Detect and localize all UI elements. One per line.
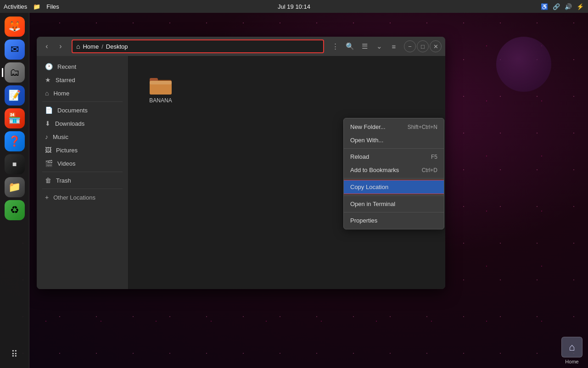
breadcrumb-home[interactable]: Home [83, 43, 99, 50]
back-button[interactable]: ‹ [40, 40, 53, 53]
dock-item-help[interactable]: ❓ [5, 131, 25, 151]
dock-item-dots[interactable]: ⠿ [5, 344, 25, 364]
activities-button[interactable]: Activities [4, 3, 27, 10]
power-icon: ⚡ [576, 2, 584, 11]
home-icon: ⌂ [45, 89, 49, 97]
new-folder-label: New Folder... [350, 123, 386, 130]
sidebar-label-downloads: Downloads [55, 120, 84, 127]
other-locations-icon: + [45, 194, 49, 201]
close-button[interactable]: ✕ [430, 40, 442, 52]
sidebar-separator-1 [42, 101, 123, 102]
sidebar-label-pictures: Pictures [56, 147, 78, 154]
sidebar-item-pictures[interactable]: 🖼 Pictures [39, 144, 125, 156]
dock-item-terminal[interactable]: ■ [5, 154, 25, 174]
bg-decoration [496, 37, 551, 92]
main-content[interactable]: BANANA New Folder... Shift+Ctrl+N Open W… [129, 56, 445, 289]
sidebar-label-trash: Trash [56, 177, 71, 184]
menu-separator-4 [344, 212, 444, 212]
sidebar: 🕐 Recent ★ Starred ⌂ Home 📄 Documents [37, 56, 129, 289]
dock: 🦊 ✉ 🗂 📝 🏪 ❓ ■ 📁 ♻ ⠿ [0, 13, 29, 368]
menu-item-copy-location[interactable]: Copy Location [343, 180, 444, 194]
file-item-banana[interactable]: BANANA [142, 70, 179, 107]
dock-item-files2[interactable]: 📁 [5, 177, 25, 197]
file-label: BANANA [149, 97, 172, 104]
folder-icon [149, 73, 173, 95]
copy-location-label: Copy Location [350, 184, 388, 190]
window-body: 🕐 Recent ★ Starred ⌂ Home 📄 Documents [37, 56, 445, 289]
home-button-label: Home [565, 359, 578, 364]
context-menu: New Folder... Shift+Ctrl+N Open With... … [343, 118, 444, 229]
forward-button[interactable]: › [54, 40, 67, 53]
sidebar-label-videos: Videos [57, 160, 76, 167]
sidebar-item-videos[interactable]: 🎬 Videos [39, 157, 125, 170]
breadcrumb-separator: / [101, 43, 103, 50]
home-button[interactable]: ⌂ Home [560, 337, 584, 364]
sidebar-item-other-locations[interactable]: + Other Locations [39, 191, 125, 204]
sidebar-label-music: Music [53, 134, 68, 140]
view-list-button[interactable]: ☰ [358, 40, 371, 53]
pictures-icon: 🖼 [45, 146, 51, 154]
sidebar-item-recent[interactable]: 🕐 Recent [39, 60, 125, 73]
sidebar-label-starred: Starred [56, 77, 75, 84]
menu-item-new-folder[interactable]: New Folder... Shift+Ctrl+N [344, 120, 444, 134]
open-with-label: Open With... [350, 137, 383, 144]
menu-item-add-bookmarks[interactable]: Add to Bookmarks Ctrl+D [344, 163, 444, 177]
home-icon-box: ⌂ [561, 337, 582, 357]
sound-icon: 🔊 [564, 2, 572, 11]
sidebar-item-home[interactable]: ⌂ Home [39, 87, 125, 100]
titlebar-actions: ⋮ 🔍 ☰ ⌄ ≡ [329, 40, 400, 53]
search-button[interactable]: 🔍 [343, 40, 356, 53]
dock-item-writer[interactable]: 📝 [5, 85, 25, 106]
new-folder-shortcut: Shift+Ctrl+N [408, 124, 437, 130]
topbar-right: ♿ 🔗 🔊 ⚡ [540, 2, 584, 11]
breadcrumb[interactable]: ⌂ Home / Desktop [72, 39, 324, 53]
files-menu[interactable]: Files [46, 3, 59, 10]
sidebar-item-documents[interactable]: 📄 Documents [39, 104, 125, 117]
dock-item-appstore[interactable]: 🏪 [5, 108, 25, 128]
open-terminal-label: Open in Terminal [350, 201, 395, 207]
dock-item-recycle[interactable]: ♻ [5, 200, 25, 220]
svg-rect-3 [150, 81, 172, 84]
minimize-button[interactable]: − [404, 40, 416, 52]
menu-item-properties[interactable]: Properties [344, 214, 444, 227]
sidebar-separator-3 [42, 189, 123, 189]
dock-item-firefox[interactable]: 🦊 [5, 17, 25, 37]
reload-label: Reload [350, 153, 369, 160]
dock-item-mail[interactable]: ✉ [5, 39, 25, 60]
sidebar-label-home: Home [53, 90, 69, 97]
menu-separator-2 [344, 178, 444, 178]
sidebar-separator-2 [42, 172, 123, 172]
desktop: Activities 📁 Files Jul 19 10:14 ♿ 🔗 🔊 ⚡ … [0, 0, 588, 368]
add-bookmarks-label: Add to Bookmarks [350, 167, 399, 173]
music-icon: ♪ [45, 133, 48, 140]
files-icon: 📁 [33, 2, 41, 11]
menu-item-open-terminal[interactable]: Open in Terminal [344, 197, 444, 211]
window-controls: − □ ✕ [404, 40, 442, 52]
documents-icon: 📄 [45, 106, 53, 114]
sidebar-item-downloads[interactable]: ⬇ Downloads [39, 117, 125, 130]
view-chevron-button[interactable]: ⌄ [373, 40, 386, 53]
recent-icon: 🕐 [45, 63, 53, 70]
trash-icon: 🗑 [45, 177, 51, 184]
sidebar-label-documents: Documents [57, 107, 88, 114]
sidebar-item-music[interactable]: ♪ Music [39, 130, 125, 143]
add-bookmarks-shortcut: Ctrl+D [422, 167, 437, 173]
menu-item-reload[interactable]: Reload F5 [344, 150, 444, 163]
sidebar-item-starred[interactable]: ★ Starred [39, 73, 125, 86]
menu-separator-1 [344, 148, 444, 149]
dock-item-files[interactable]: 🗂 [5, 62, 25, 83]
file-manager-window: ‹ › ⌂ Home / Desktop ⋮ 🔍 ☰ ⌄ ≡ − □ ✕ [37, 37, 445, 289]
breadcrumb-current: Desktop [106, 43, 128, 50]
menu-kebab-button[interactable]: ⋮ [329, 40, 342, 53]
sidebar-item-trash[interactable]: 🗑 Trash [39, 174, 125, 187]
topbar: Activities 📁 Files Jul 19 10:14 ♿ 🔗 🔊 ⚡ [0, 0, 588, 13]
menu-item-open-with[interactable]: Open With... [344, 134, 444, 147]
menu-separator-3 [344, 195, 444, 196]
properties-label: Properties [350, 217, 377, 224]
view-options-button[interactable]: ≡ [387, 40, 400, 53]
topbar-center: Jul 19 10:14 [278, 3, 310, 10]
downloads-icon: ⬇ [45, 120, 50, 127]
maximize-button[interactable]: □ [417, 40, 429, 52]
network-icon: 🔗 [552, 2, 560, 11]
sidebar-label-recent: Recent [57, 63, 76, 70]
